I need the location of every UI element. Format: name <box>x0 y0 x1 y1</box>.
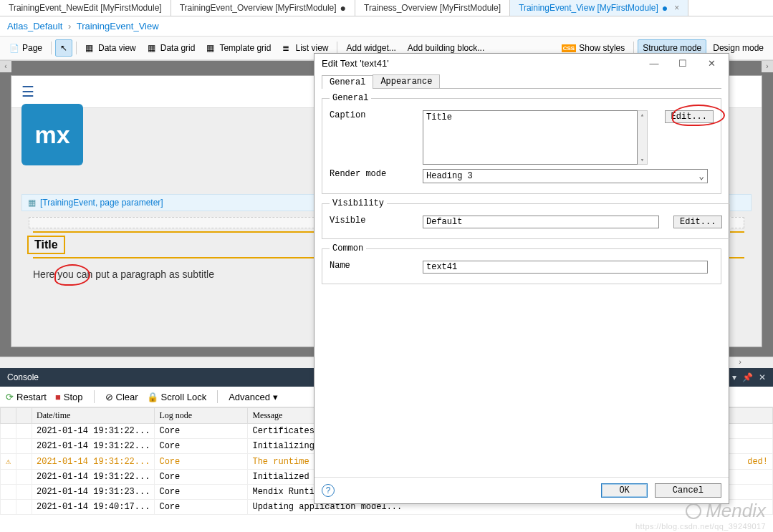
chevron-right-icon: › <box>68 21 71 32</box>
separator <box>76 42 77 54</box>
scroll-lock-button[interactable]: 🔒Scroll Lock <box>147 392 207 402</box>
data-view-button[interactable]: Data view <box>80 39 141 57</box>
render-mode-label: Render mode <box>330 169 416 179</box>
dirty-dot-icon: ● <box>340 3 346 13</box>
stop-icon: ■ <box>55 392 61 402</box>
breadcrumb: Atlas_Default › TrainingEvent_View <box>0 16 773 36</box>
template-grid-button[interactable]: Template grid <box>201 39 276 57</box>
scrollbar[interactable]: ▴▾ <box>638 110 648 165</box>
cursor-icon: ↖ <box>60 43 67 53</box>
page-button[interactable]: Page <box>4 39 47 57</box>
pin-icon[interactable]: 📌 <box>742 372 753 382</box>
tab-overview[interactable]: TrainingEvent_Overview [MyFirstModule]● <box>171 0 355 16</box>
tab-view[interactable]: TrainingEvent_View [MyFirstModule]●× <box>510 0 688 16</box>
visible-label: Visible <box>330 216 416 226</box>
close-icon[interactable]: ✕ <box>697 58 726 69</box>
data-grid-button[interactable]: Data grid <box>143 39 201 57</box>
tab-general[interactable]: General <box>322 75 373 89</box>
clear-button[interactable]: ⊘Clear <box>105 392 138 402</box>
selection-tool[interactable]: ↖ <box>55 39 72 57</box>
name-input[interactable] <box>423 261 708 274</box>
lock-icon: 🔒 <box>147 392 158 402</box>
document-tabs: TrainingEvent_NewEdit [MyFirstModule] Tr… <box>0 0 773 16</box>
legend-common: Common <box>330 243 366 253</box>
edit-text-dialog: Edit Text 'text41' — ☐ ✕ General Appeara… <box>314 53 729 504</box>
dialog-titlebar[interactable]: Edit Text 'text41' — ☐ ✕ <box>315 54 729 73</box>
separator <box>94 390 95 403</box>
col-lognode[interactable]: Log node <box>155 408 248 424</box>
css-icon: CSS <box>562 44 576 52</box>
breadcrumb-current[interactable]: TrainingEvent_View <box>77 21 159 32</box>
cancel-button[interactable]: Cancel <box>655 483 721 498</box>
separator <box>217 390 218 403</box>
watermark-sub: https://blog.csdn.net/qq_39249017 <box>635 522 766 531</box>
name-label: Name <box>330 261 416 271</box>
caption-edit-button[interactable]: Edit... <box>665 110 714 123</box>
console-title: Console <box>7 372 39 382</box>
templategrid-icon <box>206 43 216 53</box>
dirty-dot-icon: ● <box>662 3 668 13</box>
render-mode-combo[interactable]: Heading 3 <box>423 169 708 183</box>
tab-appearance[interactable]: Appearance <box>373 74 440 88</box>
fieldset-visibility: Visibility Visible Edit... <box>322 198 730 239</box>
close-icon[interactable]: × <box>674 3 679 13</box>
col-datetime[interactable]: Date/time <box>32 408 155 424</box>
chevron-down-icon: ▾ <box>273 392 278 402</box>
col-icon[interactable] <box>1 408 16 424</box>
minimize-icon[interactable]: — <box>640 58 668 69</box>
mendix-logo: mx <box>21 104 83 165</box>
close-icon[interactable]: ✕ <box>759 372 766 382</box>
entity-icon <box>28 198 36 208</box>
fieldset-general: General Caption Title ▴▾ Edit... Render … <box>322 93 721 194</box>
dialog-tabs: General Appearance <box>322 74 721 89</box>
scroll-right-icon[interactable]: › <box>762 61 773 72</box>
restart-icon: ⟳ <box>6 392 14 402</box>
page-icon <box>9 43 19 53</box>
restart-button[interactable]: ⟳Restart <box>6 392 47 402</box>
listview-icon <box>282 43 292 53</box>
ok-button[interactable]: OK <box>601 483 647 498</box>
tab-newedit[interactable]: TrainingEvent_NewEdit [MyFirstModule] <box>0 0 171 16</box>
stop-button[interactable]: ■Stop <box>55 392 83 402</box>
legend-visibility: Visibility <box>330 198 387 208</box>
legend-general: General <box>330 93 371 103</box>
datagrid-icon <box>148 43 158 53</box>
col-flag[interactable] <box>16 408 32 424</box>
dialog-title: Edit Text 'text41' <box>322 58 389 69</box>
tab-trainess[interactable]: Trainess_Overview [MyFirstModule] <box>355 0 510 16</box>
visible-edit-button[interactable]: Edit... <box>673 216 722 228</box>
visible-input[interactable] <box>423 216 659 228</box>
scroll-left-icon[interactable]: ‹ <box>0 61 11 72</box>
entity-label: [TrainingEvent, page parameter] <box>40 198 163 208</box>
separator <box>51 42 52 54</box>
dataview-icon <box>85 43 95 53</box>
maximize-icon[interactable]: ☐ <box>668 58 697 69</box>
breadcrumb-root[interactable]: Atlas_Default <box>7 21 62 32</box>
caption-label: Caption <box>330 110 416 120</box>
advanced-button[interactable]: Advanced ▾ <box>229 392 278 402</box>
caption-input[interactable]: Title <box>423 110 638 165</box>
dropdown-icon[interactable]: ▾ <box>732 372 736 382</box>
title-text-widget[interactable]: Title <box>27 236 65 254</box>
dialog-buttons: ? OK Cancel <box>315 477 729 503</box>
help-icon[interactable]: ? <box>322 484 335 497</box>
hamburger-icon[interactable]: ☰ <box>21 83 34 100</box>
clear-icon: ⊘ <box>105 392 113 402</box>
fieldset-common: Common Name <box>322 243 721 284</box>
